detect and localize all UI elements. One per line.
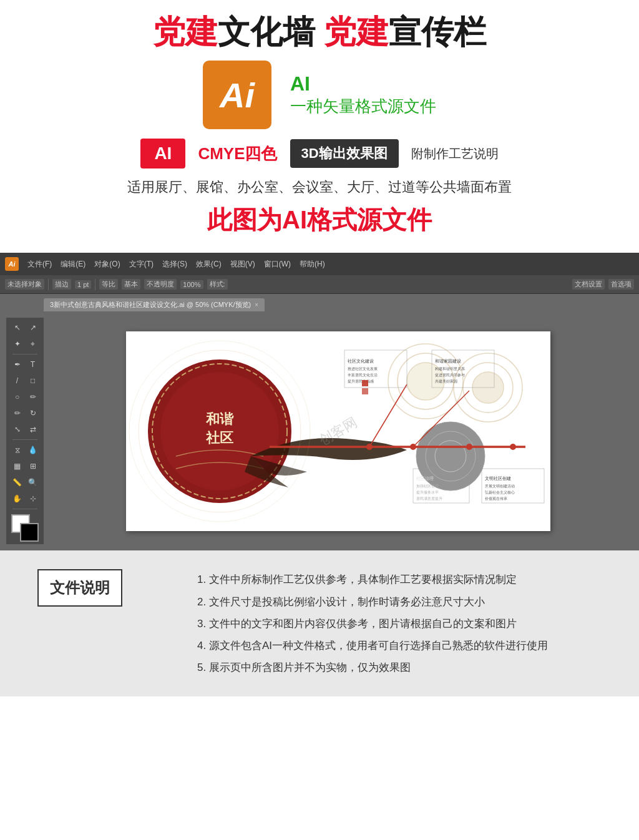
gradient-tools: ▦ ⊞ [10,459,41,474]
measure-tool[interactable]: 📏 [10,475,25,490]
select-tools: ↖ ↗ [10,320,41,335]
rect-tool[interactable]: □ [26,373,41,388]
menu-edit[interactable]: 编辑(E) [57,258,89,271]
tools-divider-1 [12,354,37,354]
svg-text:居民满意度提升: 居民满意度提升 [416,496,442,501]
paintbrush-tool[interactable]: ✏ [26,389,41,404]
tab-close-btn[interactable]: × [255,301,258,308]
ai-logo: Ai [220,75,255,115]
ellipse-tool[interactable]: ○ [10,389,25,404]
svg-text:文明社区创建: 文明社区创建 [485,476,511,481]
svg-text:社区文化建设: 社区文化建设 [348,359,374,363]
pen-tool[interactable]: ✒ [10,357,25,372]
ellipse-brush-tools: ○ ✏ [10,389,41,404]
gradient-tool[interactable]: ▦ [10,459,25,474]
toolbar-sep-1 [48,279,49,290]
main-title: 党建文化墙 党建宣传栏 [25,12,614,51]
blend-tools: ⧖ 💧 [10,442,41,457]
source-title: 此图为AI格式源文件 [25,203,614,237]
menu-items: 文件(F) 编辑(E) 对象(O) 文字(T) 选择(S) 效果(C) 视图(V… [24,258,329,271]
file-type-row: Ai AI 一种矢量格式源文件 [25,61,614,129]
title-red-1: 党建 [153,14,218,50]
pen-tools: ✒ T [10,357,41,372]
file-label: 文件说明 [37,569,122,607]
svg-text:促进居民共同参与: 促进居民共同参与 [435,373,465,377]
menu-type[interactable]: 文字(T) [125,258,157,271]
pencil-tool[interactable]: ✏ [10,406,25,421]
line-tool[interactable]: / [10,373,25,388]
mesh-tool[interactable]: ⊞ [26,459,41,474]
menu-object[interactable]: 对象(O) [90,258,124,271]
scale-tools: ⤡ ⇄ [10,422,41,437]
ai-description: AI 一种矢量格式源文件 [290,72,436,117]
svg-text:丰富居民文化生活: 丰富居民文化生活 [348,373,378,377]
design-preview-svg: 和谐 社区 [126,331,550,531]
illustrator-section: Ai 文件(F) 编辑(E) 对象(O) 文字(T) 选择(S) 效果(C) 视… [0,253,639,550]
info-item-3: 3. 文件中的文字和图片内容仅供参考，图片请根据自己的文案和图片 [197,615,548,632]
menu-select[interactable]: 选择(S) [159,258,191,271]
rotate-tool[interactable]: ↻ [26,406,41,421]
direct-select-tool[interactable]: ↗ [26,320,41,335]
badge-ai: AI [140,139,185,168]
ai-label: AI [290,72,436,95]
svg-text:和谐家园建设: 和谐家园建设 [435,359,461,364]
menu-effect[interactable]: 效果(C) [192,258,225,271]
top-section: 党建文化墙 党建宣传栏 Ai AI 一种矢量格式源文件 AI CMYE四色 3D… [0,0,639,253]
info-item-5: 5. 展示页中所含图片并不为实物，仅为效果图 [197,659,548,676]
badge-3d: 3D输出效果图 [290,139,399,168]
hand-tools: ✋ ⊹ [10,491,41,506]
type-tool[interactable]: T [26,357,41,372]
magic-wand-tool[interactable]: ✦ [10,336,25,351]
opacity-value[interactable]: 100% [180,280,203,289]
tab-bar: 3新中式创意古典风格和谐社区建设设文化.ai @ 50% (CMYK/预览) × [0,294,639,311]
info-item-4: 4. 源文件包含AI一种文件格式，使用者可自行选择自己熟悉的软件进行使用 [197,637,548,654]
reflect-tool[interactable]: ⇄ [26,422,41,437]
svg-text:提升居民幸福感: 提升居民幸福感 [348,379,374,383]
tools-divider-2 [12,439,37,440]
no-selection-label: 未选择对象 [5,279,44,290]
eyedropper-tool[interactable]: 💧 [26,442,41,457]
badge-cmye: CMYE四色 [198,143,277,165]
slice-tool[interactable]: ⊹ [26,491,41,506]
measure-zoom-tools: 📏 🔍 [10,475,41,490]
color-selector[interactable] [11,514,39,542]
canvas-area: ↖ ↗ ✦ ⌖ ✒ T / □ ○ ✏ ✏ ↻ [0,311,639,550]
svg-point-18 [466,444,472,450]
info-items: 1. 文件中所标制作工艺仅供参考，具体制作工艺要根据实际情况制定 2. 文件尺寸… [197,566,548,681]
svg-text:加强社区管理: 加强社区管理 [416,484,439,488]
menu-view[interactable]: 视图(V) [227,258,259,271]
tools-divider-3 [12,509,37,509]
background-color[interactable] [20,523,39,542]
toolbar-sep-2 [95,279,95,290]
stroke-label: 描边 [52,279,71,290]
canvas-workspace: 创客网 [44,318,633,544]
lasso-tool[interactable]: ⌖ [26,336,41,351]
stroke-value[interactable]: 1 pt [75,280,91,289]
preferences-btn[interactable]: 首选项 [608,279,634,290]
hand-tool[interactable]: ✋ [10,491,25,506]
menu-file[interactable]: 文件(F) [24,258,56,271]
canvas-document: 创客网 [126,331,550,531]
menu-window[interactable]: 窗口(W) [260,258,295,271]
basic-label[interactable]: 基本 [122,279,140,290]
pencil-rotate-tools: ✏ ↻ [10,406,41,421]
svg-text:社区: 社区 [205,430,233,446]
svg-text:和谐: 和谐 [205,411,234,427]
svg-text:开展文明创建活动: 开展文明创建活动 [485,484,515,488]
badge-note: 附制作工艺说明 [411,145,499,162]
line-tools: / □ [10,373,41,388]
doc-settings-btn[interactable]: 文档设置 [572,279,605,290]
svg-rect-42 [362,380,368,386]
blend-tool[interactable]: ⧖ [10,442,25,457]
opacity-label: 不透明度 [144,279,177,290]
svg-text:弘扬社会主义核心: 弘扬社会主义核心 [485,490,515,494]
file-tab[interactable]: 3新中式创意古典风格和谐社区建设设文化.ai @ 50% (CMYK/预览) × [44,298,265,311]
menu-help[interactable]: 帮助(H) [296,258,329,271]
tab-filename: 3新中式创意古典风格和谐社区建设设文化.ai @ 50% (CMYK/预览) [50,300,251,310]
select-tool[interactable]: ↖ [10,320,25,335]
zoom-tool[interactable]: 🔍 [26,475,41,490]
zoom-label[interactable]: 等比 [99,279,118,290]
badges-row: AI CMYE四色 3D输出效果图 附制作工艺说明 [25,139,614,168]
scale-tool[interactable]: ⤡ [10,422,25,437]
svg-text:价值观念传承: 价值观念传承 [484,497,507,501]
